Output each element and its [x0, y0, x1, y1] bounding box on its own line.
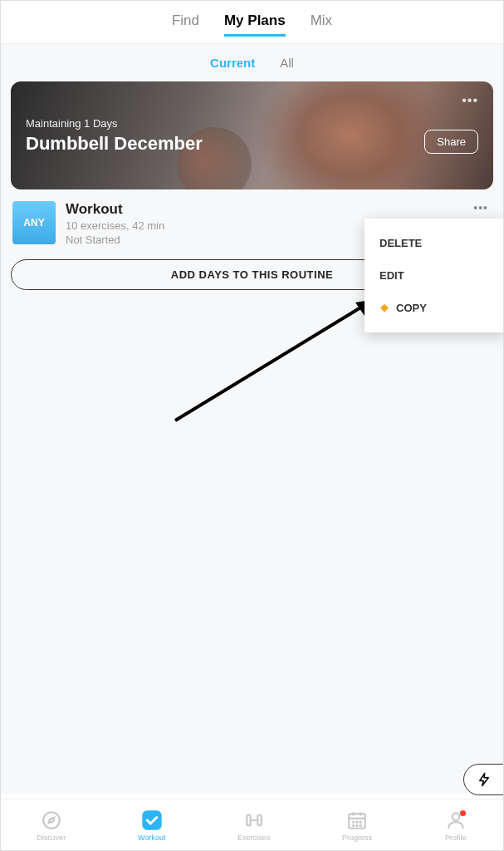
hero-more-icon[interactable]: ••• [462, 93, 478, 108]
workout-day-badge: ANY [12, 201, 56, 244]
bottom-nav: Discover Workout Exercises Progress Prof… [1, 799, 503, 850]
nav-profile[interactable]: Profile [444, 809, 467, 842]
menu-edit[interactable]: EDIT [365, 259, 504, 292]
menu-delete-label: DELETE [379, 237, 422, 249]
svg-rect-4 [142, 810, 161, 829]
svg-point-18 [452, 813, 459, 820]
svg-point-16 [356, 824, 357, 825]
top-tabs: Find My Plans Mix [1, 1, 503, 44]
sub-tabs: Current All [1, 44, 503, 81]
compass-icon [40, 809, 63, 832]
subtab-all[interactable]: All [280, 56, 294, 70]
nav-progress[interactable]: Progress [342, 809, 372, 842]
tab-my-plans[interactable]: My Plans [224, 12, 286, 37]
menu-delete[interactable]: DELETE [365, 227, 504, 259]
calendar-icon [345, 809, 369, 832]
content-area: Current All ••• Maintaining 1 Days Dumbb… [1, 44, 503, 794]
plan-hero-card[interactable]: ••• Maintaining 1 Days Dumbbell December… [11, 81, 493, 189]
svg-rect-6 [257, 814, 261, 825]
nav-exercises[interactable]: Exercises [237, 809, 270, 842]
svg-point-14 [360, 821, 361, 822]
context-menu: DELETE EDIT COPY [365, 219, 504, 332]
lightning-icon [477, 772, 492, 787]
plan-title: Dumbbell December [26, 133, 478, 155]
svg-rect-5 [247, 814, 250, 825]
menu-copy[interactable]: COPY [365, 292, 504, 324]
tab-mix[interactable]: Mix [311, 12, 332, 37]
nav-workout-label: Workout [138, 834, 165, 842]
nav-discover-label: Discover [37, 834, 66, 842]
plan-maintain-text: Maintaining 1 Days [26, 117, 478, 130]
workout-more-icon[interactable]: ••• [473, 201, 488, 214]
dumbbell-icon [242, 809, 266, 832]
nav-progress-label: Progress [342, 834, 372, 842]
menu-copy-label: COPY [396, 302, 427, 314]
svg-point-13 [356, 821, 357, 822]
share-button[interactable]: Share [424, 130, 478, 154]
diamond-icon [379, 303, 389, 313]
nav-profile-label: Profile [445, 834, 467, 842]
svg-point-12 [353, 821, 354, 822]
quick-action-fab[interactable] [463, 764, 504, 795]
subtab-current[interactable]: Current [210, 56, 255, 70]
tab-find[interactable]: Find [172, 12, 199, 37]
nav-workout[interactable]: Workout [138, 809, 165, 842]
nav-discover[interactable]: Discover [37, 809, 66, 842]
notification-dot [460, 810, 466, 816]
profile-icon [444, 809, 467, 832]
svg-point-17 [360, 824, 361, 825]
svg-marker-0 [380, 304, 389, 312]
svg-point-3 [43, 812, 60, 829]
nav-exercises-label: Exercises [237, 834, 270, 842]
workout-title: Workout [66, 201, 492, 218]
svg-point-15 [353, 824, 354, 825]
check-icon [140, 809, 164, 832]
menu-edit-label: EDIT [379, 269, 404, 282]
